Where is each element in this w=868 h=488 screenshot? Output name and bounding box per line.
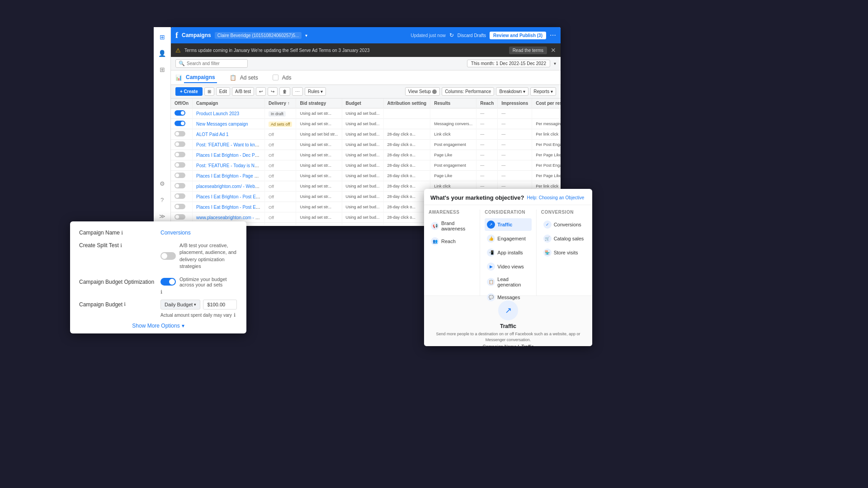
campaign-name-cell[interactable]: Places I Eat Brighton - Post Engagement [193,192,265,202]
notification-close-icon[interactable]: ✕ [551,47,556,54]
obj-messages[interactable]: 💬 Messages [485,291,531,304]
obj-app-installs[interactable]: 📲 App installs [485,246,531,259]
redo-btn[interactable]: ↪ [268,87,278,96]
campaign-name-cell[interactable]: ALOT Paid Ad 1 [193,129,265,140]
bid-cell: Using ad set str... [296,202,342,212]
show-more-btn[interactable]: Show More Options ▾ [79,323,237,329]
ab-test-btn[interactable]: A/B test [232,87,254,96]
obj-catalog-sales[interactable]: 🛒 Catalog sales [541,232,588,245]
split-test-toggle[interactable] [160,252,176,260]
obj-engagement[interactable]: 👍 Engagement [485,232,531,245]
campaign-name-value: Conversions [160,230,191,236]
refresh-icon[interactable]: ↻ [449,32,454,38]
tab-ads[interactable]: Ads [280,73,293,83]
toggle-cell[interactable] [171,119,193,129]
toggle-cell[interactable] [171,192,193,202]
obj-conversions[interactable]: ✓ Conversions [541,218,588,231]
help-link[interactable]: Help: Choosing an Objective [527,195,585,200]
obj-reach[interactable]: 👥 Reach [429,235,475,248]
delivery-cell: Off [265,171,296,181]
nav-icon-help[interactable]: ? [156,193,169,206]
objective-panel: What's your marketing objective? Help: C… [424,189,592,346]
campaign-name-cell[interactable]: placeseabrighton.com/ - Website Clicks [193,181,265,192]
toggle-cell[interactable] [171,108,193,119]
budget-info-icon[interactable]: ℹ [124,301,126,307]
date-range-selector[interactable]: This month: 1 Dec 2022-15 Dec 2022 [467,60,550,67]
campaign-setup-panel: Campaign Name ℹ Conversions Create Split… [70,221,246,333]
more-options-icon[interactable]: ⋯ [550,32,556,39]
campaign-name-cell[interactable]: Places I Eat Brighton - Dec Page Likes [193,150,265,160]
budget-type-selector[interactable]: Daily Budget ▾ [160,300,200,310]
campaign-name-label: Campaign Name ℹ [79,230,160,236]
delete-btn[interactable]: 🗑 [279,87,290,96]
nav-icon-person[interactable]: 👤 [156,47,169,60]
campaign-name-info-icon[interactable]: ℹ [121,230,123,236]
more-btn[interactable]: ⋯ [292,87,303,96]
impressions-cell: — [498,108,532,119]
results-cell: Messaging convers... [430,119,476,129]
discard-drafts-btn[interactable]: Discard Drafts [458,33,486,38]
duplicate-btn[interactable]: ⊞ [204,87,214,96]
obj-lead-gen[interactable]: 📋 Lead generation [485,274,531,290]
budget-note-info-icon[interactable]: ℹ [234,312,236,318]
obj-store-visits[interactable]: 🏪 Store visits [541,246,588,259]
toggle-cell[interactable] [171,160,193,171]
bid-cell: Using ad set bid str... [296,129,342,140]
campaign-name-cell[interactable]: Product Launch 2023 [193,108,265,119]
create-btn[interactable]: + Create [175,87,203,96]
budget-value-input[interactable] [203,300,237,310]
view-setup-btn[interactable]: View Setup [405,87,440,96]
nav-icon-settings[interactable]: ⚙ [156,177,169,190]
tab-campaigns[interactable]: Campaigns [184,72,217,83]
campaign-name-preview-value: Traffic [521,344,533,346]
delivery-cell: In draft [265,108,296,119]
obj-brand-awareness[interactable]: 📢 Brand awareness [429,218,475,234]
tab-ad-sets[interactable]: Ad sets [238,73,260,83]
nav-icon-grid[interactable]: ⊞ [156,63,169,76]
nav-icon-expand[interactable]: ≫ [156,210,169,222]
cbo-toggle[interactable] [160,278,176,286]
cbo-info-icon[interactable]: ℹ [160,289,237,295]
nav-icon-home[interactable]: ⊞ [156,31,169,43]
toggle-cell[interactable] [171,140,193,150]
dropdown-arrow-icon[interactable]: ▾ [305,33,307,38]
date-range-dropdown-icon[interactable]: ▾ [554,61,556,66]
campaign-name-cell[interactable]: Places I Eat Brighton - Post Engagement [193,202,265,212]
attribution-cell: 28-day click o... [383,129,430,140]
campaign-name-cell[interactable]: New Messages campaign [193,119,265,129]
attribution-cell: 28-day click o... [383,171,430,181]
edit-btn[interactable]: Edit [216,87,230,96]
obj-video-views[interactable]: ▶ Video views [485,260,531,273]
conversion-title: Conversion [541,210,588,215]
conversions-label: Conversions [554,222,581,227]
toggle-cell[interactable] [171,171,193,181]
video-views-label: Video views [497,264,524,269]
reports-btn[interactable]: Reports ▾ [530,87,556,96]
search-bar[interactable]: 🔍 [175,59,248,68]
search-input[interactable] [187,61,245,66]
campaign-name-cell[interactable]: Post: 'FEATURE - Today is National Burge… [193,160,265,171]
campaign-name-cell[interactable]: Post: 'FEATURE - Want to know where impr… [193,140,265,150]
toggle-cell[interactable] [171,181,193,192]
campaign-name-cell[interactable]: Places I Eat Brighton - Page Likes [193,171,265,181]
cost-cell: Per Post Engagement [532,160,561,171]
read-terms-btn[interactable]: Read the terms [509,47,547,54]
split-test-info-icon[interactable]: ℹ [120,243,122,249]
account-selector[interactable]: Claire Beveridge (101510824060257)5... [215,32,302,39]
rules-btn[interactable]: Rules ▾ [305,87,326,96]
ads-checkbox[interactable] [273,75,278,80]
budget-cell: Using ad set bud... [342,192,383,202]
toggle-cell[interactable] [171,129,193,140]
reach-label: Reach [441,239,456,244]
toggle-cell[interactable] [171,150,193,160]
review-publish-btn[interactable]: Review and Publish (3) [490,32,546,39]
notification-bar: ⚠ Terms update coming in January We're u… [171,43,561,57]
budget-cell: Using ad set bud... [342,108,383,119]
columns-btn[interactable]: Columns: Performance [442,87,494,96]
toggle-cell[interactable] [171,202,193,212]
impressions-cell: — [498,119,532,129]
cost-cell [532,108,561,119]
undo-btn[interactable]: ↩ [256,87,266,96]
obj-traffic[interactable]: ↗ Traffic [485,218,531,231]
breakdown-btn[interactable]: Breakdown ▾ [496,87,528,96]
